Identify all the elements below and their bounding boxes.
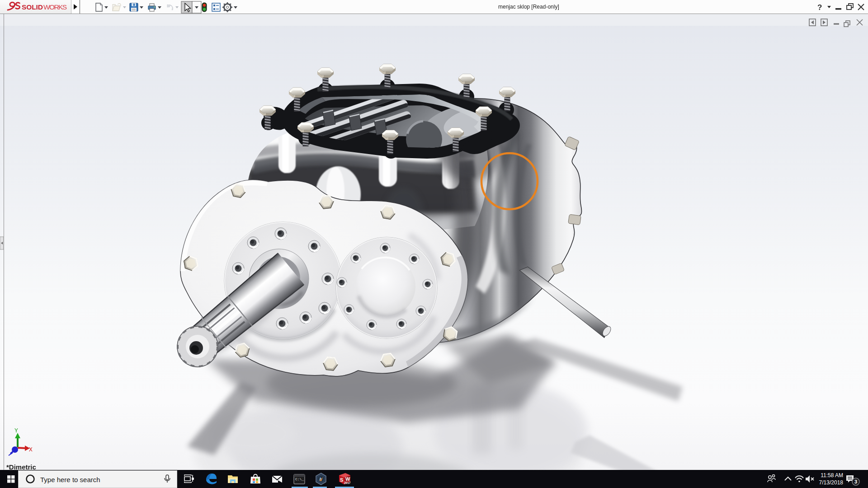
svg-text:S: S <box>340 477 343 483</box>
svg-text:3: 3 <box>854 479 857 484</box>
svg-text:?: ? <box>817 3 822 12</box>
svg-text:X: X <box>29 446 33 453</box>
svg-text:2017: 2017 <box>344 481 351 484</box>
svg-text:C:\_: C:\_ <box>295 477 304 481</box>
